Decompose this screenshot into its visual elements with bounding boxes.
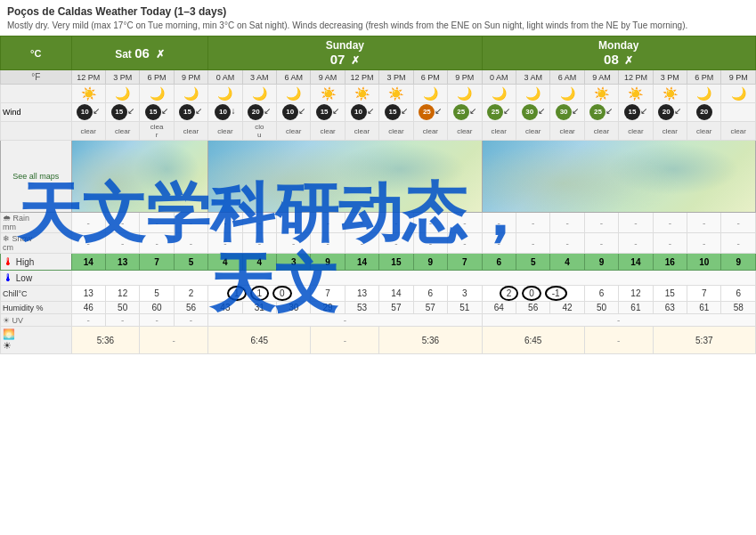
- snow-mon-2: -: [516, 233, 549, 254]
- time-row: °F 12 PM 3 PM 6 PM 9 PM 0 AM 3 AM 6 AM 9…: [1, 70, 756, 85]
- time-sun-3: 6 AM: [277, 70, 311, 85]
- wind-mon-5: 15↙: [619, 103, 653, 122]
- map-sat: [71, 141, 208, 213]
- wind-mon-7: 20: [687, 103, 721, 122]
- icon-sun-5: ☀️: [345, 85, 378, 103]
- sunrise-mon-dash: -: [584, 327, 653, 354]
- chill-sat-3: 5: [140, 286, 174, 302]
- wind-sat-1: 10↙: [71, 103, 105, 122]
- unit-f-label[interactable]: °F: [1, 70, 72, 85]
- time-sat-4: 9 PM: [174, 70, 207, 85]
- cloud-mon-3: clear: [550, 122, 584, 141]
- high-sat-3: 7: [140, 254, 174, 271]
- icon-sun-4: ☀️: [311, 85, 345, 103]
- rain-mon-3: -: [550, 213, 584, 233]
- cloud-mon-5: clear: [619, 122, 653, 141]
- sunrise-sat-dash: -: [140, 327, 208, 354]
- hum-sun-7: 57: [413, 302, 447, 314]
- map-row: See all maps: [1, 141, 756, 213]
- high-sun-8: 7: [448, 254, 483, 271]
- hum-mon-4: 50: [584, 302, 618, 314]
- rain-sun-3: -: [277, 213, 311, 233]
- icon-sat-1: ☀️: [71, 85, 105, 103]
- rain-mon-1: -: [482, 213, 516, 233]
- chill-mon-8: 6: [721, 286, 756, 302]
- day-header-row: °C Sat 06 ✗ Sunday07 ✗ Monday08 ✗: [1, 36, 756, 70]
- uv-sun: -: [208, 314, 482, 327]
- icon-sun-6: ☀️: [379, 85, 413, 103]
- snow-mon-5: -: [619, 233, 653, 254]
- rain-mon-8: -: [721, 213, 756, 233]
- low-label: 🌡 Low: [1, 271, 72, 286]
- cloud-sun-2: clou: [242, 122, 276, 141]
- chill-sun-circled-2: 1: [250, 286, 270, 301]
- high-row: 🌡 High 14 13 7 5 4 4 3 9 14 15 9 7 6 5 4…: [1, 254, 756, 271]
- high-sun-5: 14: [345, 254, 378, 271]
- high-sat-2: 13: [105, 254, 139, 271]
- chill-sat-4: 2: [174, 286, 207, 302]
- cloud-sun-5: clear: [345, 122, 378, 141]
- rain-sat-1: -: [71, 213, 105, 233]
- see-all-maps[interactable]: See all maps: [1, 141, 72, 213]
- cloud-mon-2: clear: [516, 122, 549, 141]
- cloud-sun-7: clear: [413, 122, 447, 141]
- sunrise-label: 🌅☀: [1, 327, 72, 354]
- wind-sun-4: 15↙: [311, 103, 345, 122]
- hum-sun-1: 43: [208, 302, 242, 314]
- chill-sun-circled-3: 0: [272, 286, 292, 301]
- icon-sun-7: 🌙: [413, 85, 447, 103]
- time-sun-4: 9 AM: [311, 70, 345, 85]
- rain-row: 🌧 Rainmm - - - - - - - - - - - - - - - -…: [1, 213, 756, 233]
- wind-mon-2: 30↙: [516, 103, 549, 122]
- chill-sun-1: 1 1 0: [208, 286, 311, 302]
- time-sun-5: 12 PM: [345, 70, 378, 85]
- chill-sun-8: 3: [448, 286, 483, 302]
- hum-sun-2: 31: [242, 302, 276, 314]
- chill-label: Chill°C: [1, 286, 72, 302]
- icon-sat-4: 🌙: [174, 85, 207, 103]
- sat-header: Sat 06 ✗: [71, 36, 208, 70]
- hum-mon-5: 61: [619, 302, 653, 314]
- rain-sat-4: -: [174, 213, 207, 233]
- rain-sun-2: -: [242, 213, 276, 233]
- hum-sat-1: 46: [71, 302, 105, 314]
- time-mon-4: 9 AM: [584, 70, 618, 85]
- high-sun-7: 9: [413, 254, 447, 271]
- rain-sun-8: -: [448, 213, 483, 233]
- high-mon-6: 16: [653, 254, 687, 271]
- snow-sun-8: -: [448, 233, 483, 254]
- snow-sun-4: -: [311, 233, 345, 254]
- snow-mon-1: -: [482, 233, 516, 254]
- chill-mon-6: 15: [653, 286, 687, 302]
- cloud-mon-6: clear: [653, 122, 687, 141]
- hum-mon-7: 61: [687, 302, 721, 314]
- wind-sun-6: 15↙: [379, 103, 413, 122]
- high-label: 🌡 High: [1, 254, 72, 271]
- snow-mon-4: -: [584, 233, 618, 254]
- hum-sat-2: 50: [105, 302, 139, 314]
- time-sun-2: 3 AM: [242, 70, 276, 85]
- chill-sat-1: 13: [71, 286, 105, 302]
- snow-sun-6: -: [379, 233, 413, 254]
- hum-sun-6: 57: [379, 302, 413, 314]
- time-mon-8: 9 PM: [721, 70, 756, 85]
- high-mon-3: 4: [550, 254, 584, 271]
- hum-sat-3: 60: [140, 302, 174, 314]
- sunrise-tue-537: 5:37: [653, 327, 755, 354]
- icon-mon-3: 🌙: [550, 85, 584, 103]
- hum-sun-8: 51: [448, 302, 483, 314]
- hum-sun-4: 29: [311, 302, 345, 314]
- cloud-sun-3: clear: [277, 122, 311, 141]
- uv-mon: -: [482, 314, 755, 327]
- high-sat-4: 5: [174, 254, 207, 271]
- low-empty: [71, 271, 755, 286]
- sunrise-mon-645: 6:45: [482, 327, 584, 354]
- snow-mon-6: -: [653, 233, 687, 254]
- uv-label: ☀ UV: [1, 314, 72, 327]
- map-mon: [482, 141, 755, 213]
- high-mon-5: 14: [619, 254, 653, 271]
- icon-sun-3: 🌙: [277, 85, 311, 103]
- cloud-mon-4: clear: [584, 122, 618, 141]
- snow-mon-8: -: [721, 233, 756, 254]
- cloud-mon-1: clear: [482, 122, 516, 141]
